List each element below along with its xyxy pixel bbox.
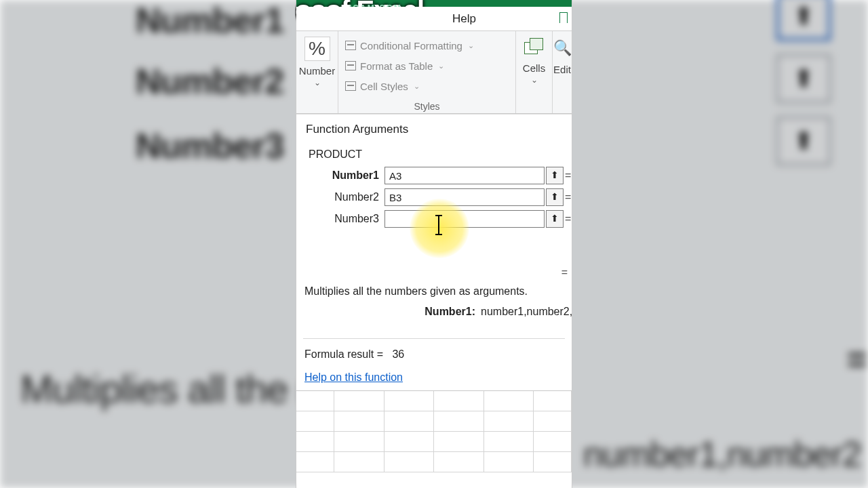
cells-icon — [524, 38, 545, 57]
format-as-table-button[interactable]: Format as Table ⌄ — [345, 56, 444, 76]
editing-label: Edit — [553, 64, 571, 75]
find-icon[interactable]: 🔍 — [553, 39, 572, 57]
up-arrow-icon: ⬆ — [551, 169, 559, 180]
ribbon-tabs: Help — [296, 7, 572, 31]
result-value: 36 — [392, 348, 404, 360]
ribbon-group-editing: 🔍 Edit — [553, 31, 572, 113]
format-as-table-label: Format as Table — [360, 60, 433, 72]
arg-input-number1[interactable] — [384, 167, 545, 184]
cell-styles-label: Cell Styles — [360, 81, 408, 92]
bg-arg-help: number1,number2 — [583, 434, 861, 474]
chevron-down-icon: ⌄ — [531, 75, 538, 85]
tab-help[interactable]: Help — [446, 9, 483, 28]
arg-label-number2: Number2 — [296, 191, 384, 203]
function-arguments-dialog: Function Arguments PRODUCT Number1 ⬆ = N… — [296, 114, 572, 390]
formula-result: Formula result = 36 — [296, 339, 572, 362]
function-name: PRODUCT — [296, 140, 572, 163]
format-as-table-icon — [345, 61, 356, 70]
cell-styles-icon — [345, 81, 356, 91]
chevron-down-icon: ⌄ — [414, 82, 420, 91]
arg-equals: = — [564, 213, 569, 225]
collapse-dialog-button[interactable]: ⬆ — [546, 167, 564, 184]
dialog-title: Function Arguments — [296, 115, 572, 140]
ribbon-group-cells: Cells ⌄ — [516, 31, 553, 113]
result-equals: = — [296, 266, 572, 279]
styles-group-label: Styles — [338, 101, 515, 112]
ribbon-group-number: % Number ⌄ — [296, 31, 338, 113]
argument-help: Number1: number1,number2,... representat… — [296, 300, 572, 319]
arg-label-number1: Number1 — [296, 169, 384, 182]
arg-row-number3: Number3 ⬆ = — [296, 208, 572, 230]
chevron-down-icon: ⌄ — [314, 78, 321, 87]
bg-equals: = — [847, 339, 867, 380]
collapse-dialog-button[interactable]: ⬆ — [546, 188, 564, 206]
ribbon-group-styles: Conditional Formatting ⌄ Format as Table… — [338, 31, 516, 113]
bg-number3-label: Number3 — [136, 125, 283, 166]
bg-ref-button-3: ⬆ — [776, 117, 831, 165]
bg-description: Multiplies all the n — [20, 366, 319, 411]
chevron-down-icon: ⌄ — [468, 41, 474, 50]
arg-help-text: number1,number2,... representations of — [481, 306, 572, 318]
bg-ref-button-2: ⬆ — [776, 54, 831, 103]
up-arrow-icon: ⬆ — [551, 191, 559, 202]
up-arrow-icon: ⬆ — [551, 213, 559, 224]
arg-label-number3: Number3 — [296, 213, 384, 225]
worksheet-grid[interactable] — [296, 390, 572, 488]
ribbon: % Number ⌄ Conditional Formatting ⌄ Form… — [296, 31, 572, 114]
number-format-dropdown[interactable]: Number — [299, 65, 335, 77]
arg-row-number1: Number1 ⬆ = — [296, 165, 572, 186]
cell-styles-button[interactable]: Cell Styles ⌄ — [345, 76, 420, 96]
result-label: Formula result = — [304, 348, 383, 360]
bg-number2-label: Number2 — [136, 61, 283, 102]
arguments-area: Number1 ⬆ = Number2 ⬆ = Number3 ⬆ = — [296, 163, 572, 230]
conditional-formatting-button[interactable]: Conditional Formatting ⌄ — [345, 35, 474, 56]
arg-equals: = — [564, 169, 569, 182]
bg-ref-button-1: ⬆ — [776, 0, 831, 41]
arg-row-number2: Number2 ⬆ = — [296, 186, 572, 208]
share-icon[interactable] — [559, 12, 568, 23]
cells-dropdown[interactable]: Cells — [523, 62, 545, 74]
title-bar: ICAM.COM osof Excel — [296, 0, 572, 7]
help-on-function-link[interactable]: Help on this function — [304, 371, 403, 383]
bg-number1-label: Number1 — [136, 0, 283, 41]
arg-help-label: Number1: — [296, 306, 481, 318]
arg-input-number3[interactable] — [384, 210, 545, 228]
conditional-formatting-icon — [345, 41, 356, 50]
arg-input-number2[interactable] — [384, 188, 545, 206]
collapse-dialog-button[interactable]: ⬆ — [546, 210, 564, 228]
help-link-row: Help on this function — [296, 362, 572, 390]
conditional-formatting-label: Conditional Formatting — [360, 40, 462, 52]
app-viewport: ICAM.COM osof Excel Help % Number ⌄ Cond… — [296, 0, 572, 488]
chevron-down-icon: ⌄ — [438, 62, 444, 70]
arg-equals: = — [564, 191, 569, 203]
percent-style-button[interactable]: % — [304, 37, 330, 61]
function-description: Multiplies all the numbers given as argu… — [296, 279, 572, 300]
